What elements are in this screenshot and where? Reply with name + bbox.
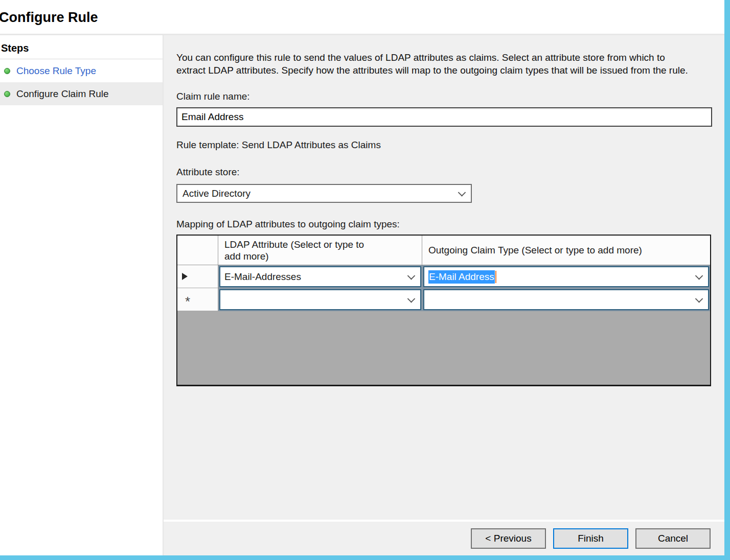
outgoing-claim-type-value: E-Mail Address [428,270,495,284]
column-header-ldap-attribute: LDAP Attribute (Select or type to add mo… [218,236,422,265]
chevron-down-icon[interactable] [695,295,703,303]
step-completed-icon [4,68,10,74]
attribute-store-dropdown[interactable]: Active Directory [176,184,472,203]
ldap-attribute-dropdown-row1[interactable]: E-Mail-Addresses [219,266,421,287]
mapping-grid: LDAP Attribute (Select or type to add mo… [176,235,711,386]
claim-rule-name-label: Claim rule name: [176,91,713,102]
outgoing-claim-type-dropdown-row1[interactable]: E-Mail Address [423,266,709,287]
current-row-icon [182,273,188,280]
ldap-attribute-value: E-Mail-Addresses [224,271,301,283]
new-row-icon: * [185,294,190,310]
step-completed-icon [4,91,10,97]
window-border-right [724,0,730,560]
table-row-cell [218,288,422,311]
finish-button[interactable]: Finish [553,528,628,549]
table-row-cell: E-Mail-Addresses [218,265,422,288]
sidebar-item-configure-claim-rule[interactable]: Configure Claim Rule [0,82,163,105]
column-header-outgoing-claim-type: Outgoing Claim Type (Select or type to a… [422,236,710,265]
step-label[interactable]: Choose Rule Type [16,65,96,77]
outgoing-claim-type-dropdown-row2[interactable] [423,289,709,310]
mapping-label: Mapping of LDAP attributes to outgoing c… [176,219,713,230]
grid-empty-area [177,311,710,385]
row-header-new[interactable]: * [177,288,218,311]
wizard-button-bar: < Previous Finish Cancel [164,520,724,555]
page-title: Configure Rule [0,0,724,26]
steps-heading: Steps [0,42,163,59]
chevron-down-icon[interactable] [407,295,416,303]
step-label: Configure Claim Rule [16,88,109,100]
grid-corner-header [177,236,218,265]
chevron-down-icon[interactable] [458,189,466,197]
attribute-store-label: Attribute store: [176,167,713,178]
steps-sidebar: Steps Choose Rule Type Configure Claim R… [0,35,164,555]
configure-rule-wizard: Configure Rule Steps Choose Rule Type Co… [0,0,724,555]
previous-button[interactable]: < Previous [471,528,546,549]
wizard-page-content: You can configure this rule to send the … [164,35,724,520]
claim-rule-name-input[interactable] [176,107,712,127]
text-caret [495,271,496,283]
page-description: You can configure this rule to send the … [176,51,694,77]
wizard-header: Configure Rule [0,0,724,35]
window-border-bottom [0,555,730,560]
chevron-down-icon[interactable] [695,272,703,280]
table-row-cell [422,288,710,311]
ldap-attribute-dropdown-row2[interactable] [219,289,421,310]
row-header-current[interactable] [177,265,218,288]
table-row-cell: E-Mail Address [422,265,710,288]
rule-template-text: Rule template: Send LDAP Attributes as C… [176,139,713,151]
cancel-button[interactable]: Cancel [635,528,711,549]
attribute-store-value: Active Directory [182,188,250,199]
sidebar-item-choose-rule-type[interactable]: Choose Rule Type [0,59,163,82]
chevron-down-icon[interactable] [407,272,416,280]
